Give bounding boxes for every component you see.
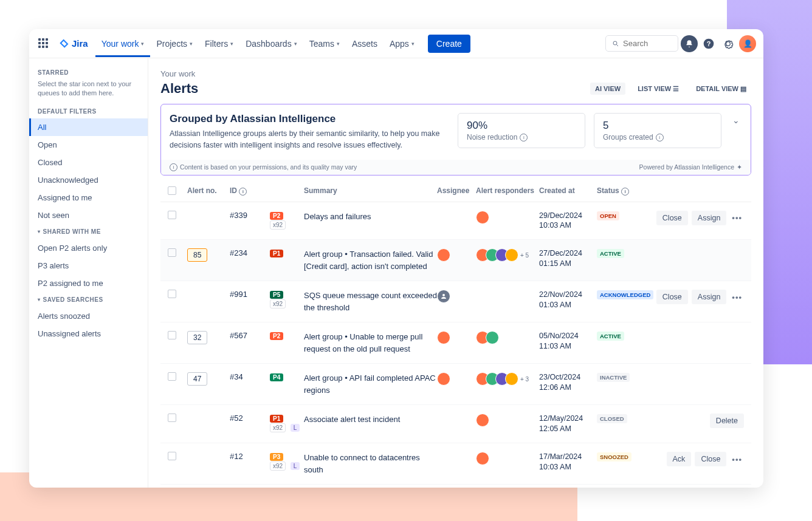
- col-responders[interactable]: Alert responders: [476, 186, 539, 196]
- sidebar-item-all[interactable]: All: [29, 118, 148, 136]
- app-switcher-icon[interactable]: [36, 36, 51, 51]
- col-summary[interactable]: Summary: [304, 186, 437, 196]
- sidebar-item-assigned-to-me[interactable]: Assigned to me: [29, 189, 148, 206]
- col-created[interactable]: Created at: [539, 186, 597, 196]
- ack-button[interactable]: Ack: [667, 452, 692, 466]
- responder-avatar[interactable]: [505, 248, 518, 262]
- created-at: 22/Nov/202401:03 AM: [539, 290, 597, 310]
- search-input[interactable]: [623, 39, 672, 48]
- nav-dashboards[interactable]: Dashboards▾: [239, 30, 303, 57]
- more-actions-icon[interactable]: •••: [730, 291, 744, 304]
- nav-apps[interactable]: Apps▾: [384, 30, 421, 57]
- more-actions-icon[interactable]: •••: [730, 453, 744, 466]
- col-id[interactable]: ID i: [230, 186, 270, 196]
- info-icon: i: [170, 163, 177, 171]
- product-name: Jira: [72, 38, 88, 49]
- nav-projects[interactable]: Projects▾: [150, 30, 199, 57]
- nav-assets[interactable]: Assets: [346, 30, 384, 57]
- col-status[interactable]: Status i: [597, 186, 653, 196]
- responders-more[interactable]: + 5: [520, 252, 529, 259]
- nav-teams[interactable]: Teams▾: [303, 30, 346, 57]
- ai-panel: Grouped by Atlassian Intelligence Atlass…: [160, 104, 751, 175]
- ai-panel-description: Atlassian Intelligence groups alerts by …: [170, 128, 449, 151]
- row-checkbox[interactable]: [168, 211, 176, 219]
- nav-filters[interactable]: Filters▾: [199, 30, 239, 57]
- breadcrumb[interactable]: Your work: [160, 69, 751, 78]
- responder-avatar[interactable]: [476, 414, 489, 427]
- close-button[interactable]: Close: [656, 211, 688, 225]
- assignee-avatar[interactable]: [437, 248, 450, 262]
- info-icon[interactable]: i: [239, 188, 247, 196]
- row-checkbox[interactable]: [168, 331, 176, 339]
- row-checkbox[interactable]: [168, 248, 176, 257]
- table-row[interactable]: 32 #567 P2 Alert group • Unable to merge…: [160, 322, 751, 364]
- table-row[interactable]: #991 P5 x92 SQS queue message count exce…: [160, 281, 751, 322]
- table-row[interactable]: 85 #234 P1 Alert group • Transaction fai…: [160, 240, 751, 281]
- user-avatar[interactable]: 👤: [739, 35, 756, 52]
- collapse-panel-icon[interactable]: ⌄: [730, 113, 742, 128]
- row-checkbox[interactable]: [168, 290, 176, 298]
- shared-with-me-toggle[interactable]: ▾SHARED WITH ME: [29, 224, 148, 239]
- row-checkbox[interactable]: [168, 414, 176, 422]
- table-row[interactable]: #12 P3 x92 L Unable to connect to datace…: [160, 443, 751, 485]
- alert-summary[interactable]: Unable to connect to datacentres south: [304, 452, 437, 475]
- col-assignee[interactable]: Assignee: [437, 186, 476, 196]
- sidebar-item-open-p2-alerts-only[interactable]: Open P2 alerts only: [29, 239, 148, 257]
- chevron-down-icon: ▾: [190, 41, 193, 47]
- assign-button[interactable]: Assign: [692, 211, 727, 225]
- notifications-icon[interactable]: [681, 35, 698, 52]
- help-icon[interactable]: ?: [700, 35, 717, 52]
- alert-summary[interactable]: Associate alert test incident: [304, 414, 437, 426]
- jira-logo[interactable]: Jira: [58, 38, 88, 49]
- responder-avatar[interactable]: [476, 452, 489, 465]
- ai-view-tab[interactable]: AI VIEW: [590, 83, 625, 95]
- table-row[interactable]: #339 P2 x92 Delays and failures 29/Dec/2…: [160, 202, 751, 240]
- sidebar-item-open[interactable]: Open: [29, 136, 148, 154]
- alert-summary[interactable]: Alert group • API fail completed APAC re…: [304, 372, 437, 396]
- unassigned-icon[interactable]: [437, 290, 450, 303]
- alert-summary[interactable]: SQS queue message count exceeded the thr…: [304, 290, 437, 313]
- more-actions-icon[interactable]: •••: [730, 211, 744, 224]
- settings-icon[interactable]: [720, 35, 737, 52]
- alert-id: #339: [230, 211, 270, 220]
- table-row[interactable]: 47 #34 P4 Alert group • API fail complet…: [160, 364, 751, 405]
- sidebar-item-p2-assigned-to-me[interactable]: P2 assigned to me: [29, 274, 148, 292]
- responder-avatar[interactable]: [476, 211, 489, 224]
- app-window: Jira Your work▾Projects▾Filters▾Dashboar…: [29, 29, 763, 488]
- sidebar-item-unassigned-alerts[interactable]: Unassigned alerts: [29, 325, 148, 342]
- assignee-avatar[interactable]: [437, 331, 450, 344]
- saved-searches-toggle[interactable]: ▾SAVED SEARCHES: [29, 292, 148, 307]
- responder-avatar[interactable]: [486, 331, 499, 344]
- detail-view-tab[interactable]: DETAIL VIEW ▤: [691, 83, 751, 95]
- created-at: 12/May/202412:05 AM: [539, 414, 597, 434]
- alert-summary[interactable]: Alert group • Transaction failed. Valid …: [304, 248, 437, 272]
- row-checkbox[interactable]: [168, 372, 176, 381]
- nav-your-work[interactable]: Your work▾: [95, 30, 151, 57]
- sidebar-item-not-seen[interactable]: Not seen: [29, 206, 148, 224]
- info-icon[interactable]: i: [520, 134, 528, 141]
- sidebar-item-p3-alerts[interactable]: P3 alerts: [29, 257, 148, 274]
- sidebar-item-alerts-snoozed[interactable]: Alerts snoozed: [29, 307, 148, 325]
- assignee-avatar[interactable]: [437, 372, 450, 386]
- search-box[interactable]: [605, 35, 678, 52]
- alert-summary[interactable]: Alert group • Unable to merge pull reque…: [304, 331, 437, 355]
- close-button[interactable]: Close: [695, 452, 726, 466]
- delete-button[interactable]: Delete: [710, 414, 744, 428]
- row-checkbox[interactable]: [168, 452, 176, 460]
- select-all-checkbox[interactable]: [168, 186, 176, 195]
- close-button[interactable]: Close: [656, 290, 688, 304]
- count-badge: x92: [270, 299, 286, 308]
- create-button[interactable]: Create: [428, 35, 470, 53]
- responder-avatar[interactable]: [505, 372, 518, 386]
- col-alert-no[interactable]: Alert no.: [187, 186, 230, 196]
- responders-more[interactable]: + 3: [520, 376, 529, 383]
- info-icon[interactable]: i: [656, 134, 664, 141]
- table-row[interactable]: #52 P1 x92 L Associate alert test incide…: [160, 405, 751, 443]
- sidebar-item-unacknowledged[interactable]: Unacknowledged: [29, 171, 148, 189]
- alert-summary[interactable]: Delays and failures: [304, 211, 437, 223]
- alert-count: 32: [187, 331, 207, 344]
- info-icon[interactable]: i: [621, 188, 629, 196]
- sidebar-item-closed[interactable]: Closed: [29, 154, 148, 171]
- assign-button[interactable]: Assign: [692, 290, 727, 304]
- list-view-tab[interactable]: LIST VIEW ☰: [633, 83, 684, 95]
